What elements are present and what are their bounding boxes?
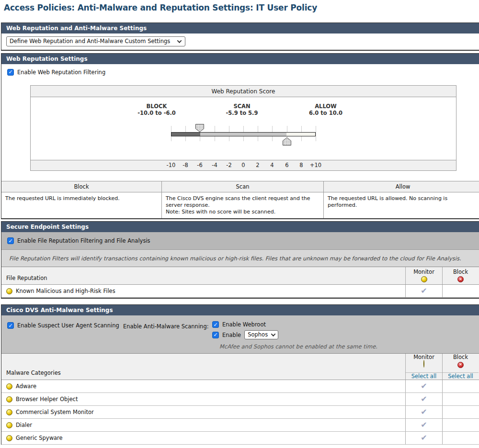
file-reputation-note: File Reputation Filters will identify tr… bbox=[1, 250, 479, 267]
slider-allow-segment bbox=[286, 133, 315, 136]
block-select-all-link[interactable]: Select all bbox=[448, 373, 473, 380]
monitor-option-cell[interactable]: ✔ bbox=[405, 432, 442, 444]
monitor-status-icon bbox=[6, 435, 12, 441]
monitor-check-icon: ✔ bbox=[421, 421, 427, 429]
checkbox-label: Enable Suspect User Agent Scanning bbox=[17, 322, 119, 329]
monitor-status-icon bbox=[6, 288, 12, 294]
monitor-status-icon bbox=[6, 396, 12, 403]
engine-dropdown[interactable]: Sophos bbox=[244, 330, 278, 339]
block-column-header: Block ✕ Select all bbox=[442, 354, 479, 380]
chevron-down-icon bbox=[271, 332, 276, 336]
scale-tick-label: 0 bbox=[241, 162, 245, 168]
checkbox-label: Enable bbox=[222, 332, 241, 338]
column-header-allow: Allow bbox=[324, 181, 479, 192]
block-option-cell[interactable] bbox=[442, 432, 479, 444]
malware-category-label: Browser Helper Object bbox=[16, 396, 78, 403]
monitor-select-all-link[interactable]: Select all bbox=[411, 373, 437, 380]
score-scale: -10 -8 -6 -4 -2 0 2 4 6 8 +10 bbox=[31, 160, 456, 170]
monitor-status-icon bbox=[6, 422, 12, 428]
scale-tick-label: -8 bbox=[182, 162, 188, 168]
settings-mode-dropdown-value: Define Web Reputation and Anti-Malware C… bbox=[10, 38, 170, 45]
scale-tick-label: -4 bbox=[212, 162, 217, 168]
checkbox-checked-icon[interactable]: ✓ bbox=[212, 332, 219, 338]
enable-suspect-user-agent-checkbox[interactable]: ✓ Enable Suspect User Agent Scanning bbox=[7, 322, 119, 329]
checkbox-checked-icon[interactable]: ✓ bbox=[7, 237, 14, 244]
checkbox-checked-icon[interactable]: ✓ bbox=[7, 322, 14, 329]
score-box-title: Web Reputation Score bbox=[31, 86, 456, 97]
engine-dropdown-value: Sophos bbox=[248, 331, 268, 338]
monitor-icon bbox=[421, 276, 427, 282]
scale-tick-label: -2 bbox=[226, 162, 231, 168]
checkbox-checked-icon[interactable]: ✓ bbox=[212, 321, 219, 328]
chevron-down-icon bbox=[177, 38, 182, 43]
checkbox-label: Enable Webroot bbox=[222, 321, 266, 328]
malware-category-row: Browser Helper Object ✔ bbox=[1, 393, 479, 406]
section-web-reputation-anti-malware: Web Reputation and Anti-Malware Settings… bbox=[1, 22, 479, 51]
settings-mode-dropdown[interactable]: Define Web Reputation and Anti-Malware C… bbox=[6, 36, 185, 46]
allow-description: The requested URL is allowed. No scannin… bbox=[324, 192, 479, 218]
column-header-block: Block bbox=[1, 181, 162, 192]
monitor-option-cell[interactable]: ✔ bbox=[405, 419, 442, 431]
monitor-option-cell[interactable]: ✔ bbox=[405, 406, 442, 418]
scale-tick-label: -10 bbox=[167, 162, 176, 168]
scale-tick-label: 8 bbox=[299, 162, 303, 168]
enable-file-reputation-checkbox[interactable]: ✓ Enable File Reputation Filtering and F… bbox=[7, 237, 150, 244]
table-row-header: Malware Categories bbox=[1, 354, 405, 380]
block-option-cell[interactable] bbox=[442, 393, 479, 405]
column-header-scan: Scan bbox=[162, 181, 324, 192]
enable-web-reputation-checkbox[interactable]: ✓ Enable Web Reputation Filtering bbox=[7, 69, 105, 76]
malware-category-label: Generic Spyware bbox=[16, 435, 63, 441]
slider-scan-segment bbox=[200, 133, 286, 136]
section-secure-endpoint: Secure Endpoint Settings ✓ Enable File R… bbox=[1, 221, 479, 299]
slider-handle-scan-allow[interactable] bbox=[283, 137, 291, 146]
row-label: Known Malicious and High-Risk Files bbox=[16, 288, 115, 294]
monitor-status-icon bbox=[6, 383, 12, 390]
slider-tick bbox=[316, 126, 316, 141]
malware-category-label: Dialer bbox=[16, 422, 32, 428]
page-title: Access Policies: Anti-Malware and Reputa… bbox=[4, 3, 317, 12]
checkbox-checked-icon[interactable]: ✓ bbox=[7, 69, 14, 76]
scale-tick-label: 4 bbox=[270, 162, 274, 168]
section-header: Web Reputation and Anti-Malware Settings bbox=[1, 23, 479, 34]
block-option-cell[interactable] bbox=[442, 419, 479, 431]
monitor-option-cell[interactable]: ✔ bbox=[405, 393, 442, 405]
monitor-column-header: Monitor bbox=[405, 267, 442, 284]
section-header: Web Reputation Settings bbox=[1, 54, 479, 64]
monitor-check-icon: ✔ bbox=[421, 287, 427, 295]
monitor-option-cell[interactable]: ✔ bbox=[405, 380, 442, 392]
scale-tick-label: +10 bbox=[310, 162, 321, 168]
zone-scan-label: SCAN -5.9 to 5.9 bbox=[226, 103, 258, 116]
checkbox-label: Enable Web Reputation Filtering bbox=[17, 69, 105, 76]
slider-block-segment bbox=[171, 133, 200, 136]
block-icon: ✕ bbox=[457, 362, 464, 368]
malware-category-row: Dialer ✔ bbox=[1, 419, 479, 432]
score-actions-table: Block Scan Allow The requested URL is im… bbox=[1, 181, 479, 218]
block-option-cell[interactable] bbox=[442, 380, 479, 392]
monitor-icon bbox=[423, 360, 424, 368]
slider-handle-block-scan[interactable] bbox=[195, 124, 204, 132]
section-header: Secure Endpoint Settings bbox=[1, 222, 479, 232]
enable-webroot-checkbox[interactable]: ✓ Enable Webroot bbox=[212, 321, 266, 328]
monitor-status-icon bbox=[6, 409, 12, 415]
monitor-check-icon: ✔ bbox=[421, 434, 427, 442]
checkbox-label: Enable File Reputation Filtering and Fil… bbox=[17, 237, 150, 244]
malware-categories-table: Malware Categories Monitor Select all Bl… bbox=[1, 353, 479, 445]
table-row: Known Malicious and High-Risk Files ✔ bbox=[1, 285, 479, 298]
scale-tick-label: -6 bbox=[197, 162, 202, 168]
enable-engine-checkbox[interactable]: ✓ Enable bbox=[212, 332, 241, 338]
engines-note: McAfee and Sophos cannot be enabled at t… bbox=[219, 343, 377, 350]
section-header: Cisco DVS Anti-Malware Settings bbox=[1, 305, 479, 315]
section-cisco-dvs: Cisco DVS Anti-Malware Settings ✓ Enable… bbox=[1, 304, 479, 445]
table-row-header: File Reputation bbox=[1, 267, 405, 284]
block-option-cell[interactable] bbox=[442, 406, 479, 418]
score-slider-track bbox=[171, 132, 316, 136]
zone-allow-label: ALLOW 6.0 to 10.0 bbox=[309, 103, 342, 116]
block-column-header: Block ✕ bbox=[442, 267, 479, 284]
malware-category-row: Generic Spyware ✔ bbox=[1, 432, 479, 445]
monitor-option-cell[interactable]: ✔ bbox=[405, 285, 442, 297]
block-option-cell[interactable] bbox=[442, 285, 479, 297]
malware-category-row: Adware ✔ bbox=[1, 380, 479, 393]
block-description: The requested URL is immediately blocked… bbox=[1, 192, 162, 218]
malware-category-row: Commercial System Monitor ✔ bbox=[1, 406, 479, 419]
anti-malware-scanning-label: Enable Anti-Malware Scanning: bbox=[123, 323, 209, 330]
